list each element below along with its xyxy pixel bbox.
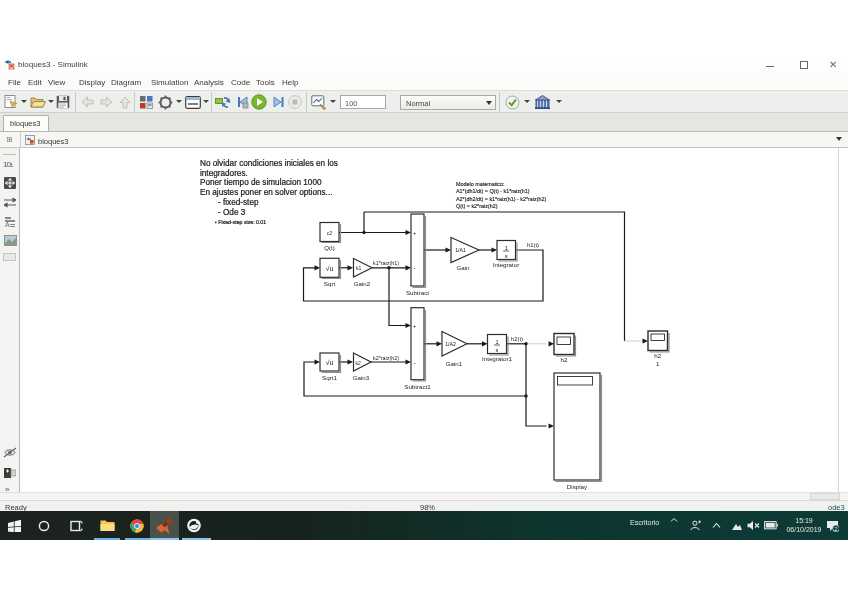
svg-text:+: +: [413, 230, 416, 236]
svg-text:h2: h2: [561, 356, 568, 363]
svg-text:-: -: [414, 359, 416, 366]
svg-text:Integrator1: Integrator1: [482, 355, 512, 362]
svg-text:s: s: [505, 253, 508, 259]
svg-text:+: +: [413, 323, 416, 329]
svg-text:1: 1: [495, 339, 498, 345]
svg-text:1/A1: 1/A1: [455, 247, 466, 253]
svg-text:Integrator: Integrator: [493, 261, 519, 268]
svg-text:Subtract: Subtract: [406, 289, 429, 296]
svg-text:Display: Display: [567, 483, 588, 490]
svg-text:1: 1: [656, 360, 660, 367]
svg-text:Gain: Gain: [456, 264, 470, 271]
svg-text:- fixed-step: - fixed-step: [218, 198, 259, 207]
svg-text:s: s: [496, 347, 499, 353]
svg-text:Sqrt1: Sqrt1: [322, 374, 337, 381]
svg-text:▪ Fixed-step size: 0.01: ▪ Fixed-step size: 0.01: [215, 219, 266, 225]
svg-text:h2(t): h2(t): [511, 336, 523, 342]
svg-text:Poner tiempo de simulacion 100: Poner tiempo de simulacion 1000: [200, 178, 322, 187]
svg-text:c2: c2: [327, 230, 333, 236]
svg-text:Q(t) = k2*raiz(h2): Q(t) = k2*raiz(h2): [456, 203, 498, 209]
svg-text:Modelo matematico:: Modelo matematico:: [456, 181, 505, 187]
svg-text:Sqrt: Sqrt: [324, 280, 336, 287]
svg-text:A2*(dh2/dt) = k1*raiz(h1) - k2: A2*(dh2/dt) = k1*raiz(h1) - k2*raiz(h2): [456, 196, 547, 202]
svg-text:Q(t): Q(t): [324, 244, 335, 251]
svg-text:Gain3: Gain3: [353, 374, 370, 381]
svg-text:1: 1: [505, 245, 508, 251]
svg-text:A: A: [5, 221, 10, 228]
svg-text:integradores.: integradores.: [200, 169, 248, 178]
svg-text:√u: √u: [326, 359, 334, 366]
svg-text:h1(t): h1(t): [527, 242, 539, 248]
svg-text:Gain2: Gain2: [354, 280, 371, 287]
svg-text:h2: h2: [654, 352, 661, 359]
svg-text:k2: k2: [356, 360, 362, 366]
svg-text:Gain1: Gain1: [446, 360, 463, 367]
svg-text:Subtract1: Subtract1: [404, 383, 431, 390]
svg-text:No olvidar condiciones inicial: No olvidar condiciones iniciales en los: [200, 159, 338, 168]
svg-text:- Ode 3: - Ode 3: [218, 208, 246, 217]
svg-text:-: -: [414, 264, 416, 271]
svg-text:√u: √u: [326, 265, 334, 272]
svg-text:k1*raiz(h1): k1*raiz(h1): [373, 260, 399, 266]
svg-text:k1: k1: [356, 265, 362, 271]
svg-text:1/A2: 1/A2: [445, 341, 456, 347]
svg-text:En ajustes poner en solver opt: En ajustes poner en solver options...: [200, 188, 332, 197]
svg-text:k2*raiz(h2): k2*raiz(h2): [373, 355, 399, 361]
svg-text:A1*(dh1/dt) = Q(t) - k1*raiz(h: A1*(dh1/dt) = Q(t) - k1*raiz(h1): [456, 188, 530, 194]
